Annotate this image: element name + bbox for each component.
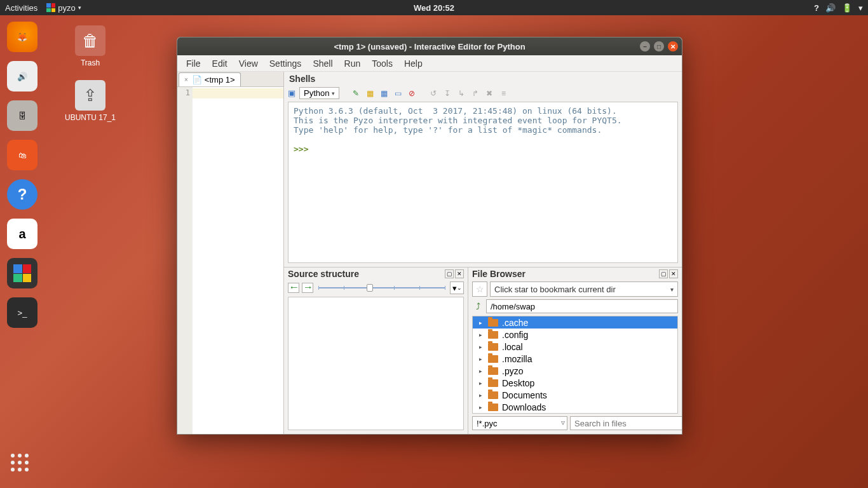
clear-shell-icon[interactable]: ▦: [365, 88, 375, 98]
folder-icon: [488, 379, 498, 387]
file-tree-item-label: .config: [502, 330, 528, 340]
file-tree-item[interactable]: ▸.mozilla: [473, 353, 677, 365]
menu-tools[interactable]: Tools: [367, 57, 398, 70]
structure-level-slider[interactable]: [318, 283, 445, 293]
file-search-input[interactable]: [570, 416, 682, 430]
debug-continue-icon[interactable]: ↺: [428, 88, 438, 98]
menu-settings[interactable]: Settings: [264, 57, 307, 70]
help-launcher[interactable]: ?: [7, 179, 37, 210]
expand-icon[interactable]: ▸: [479, 320, 484, 326]
firefox-launcher[interactable]: 🦊: [7, 22, 37, 52]
tab-close-icon[interactable]: ×: [184, 76, 188, 83]
file-tree[interactable]: ▸.cache▸.config▸.local▸.mozilla▸.pyzo▸De…: [472, 316, 678, 414]
editor-tab-tmp1[interactable]: × 📄 <tmp 1>: [179, 72, 241, 86]
gnome-top-bar: Activities pyzo Wed 20:52 ? 🔊 🔋 ▾: [0, 0, 868, 15]
file-tree-item[interactable]: ▸.pyzo: [473, 365, 677, 377]
pyzo-icon: [46, 3, 55, 12]
help-icon[interactable]: ?: [814, 3, 819, 13]
structure-back-button[interactable]: ⭠: [288, 283, 299, 293]
battery-icon[interactable]: 🔋: [842, 3, 852, 13]
file-tree-item[interactable]: ▸Downloads: [473, 401, 677, 413]
structure-undock-icon[interactable]: ▢: [445, 269, 454, 278]
expand-icon[interactable]: ▸: [479, 344, 484, 350]
trash-icon: 🗑: [75, 25, 105, 56]
menu-file[interactable]: File: [181, 57, 206, 70]
maximize-button[interactable]: □: [654, 41, 664, 51]
interrupt-shell-icon[interactable]: ▦: [379, 88, 389, 98]
shell-toolbar: ▣ Python ✎ ▦ ▦ ▭ ⊘ ↺ ↧ ↳ ↱ ✖ ≡: [284, 86, 682, 102]
file-tree-item[interactable]: ▸.local: [473, 341, 677, 353]
pyzo-launcher[interactable]: [7, 258, 37, 288]
desktop-icons: 🗑 Trash ⇪ UBUNTU 17_1: [58, 25, 122, 135]
editor-pane: × 📄 <tmp 1> 1: [177, 72, 284, 434]
shells-title: Shells: [284, 72, 682, 86]
dock: 🦊 🔊 🗄 🛍 ? a >_: [0, 15, 44, 488]
file-icon: 📄: [192, 75, 202, 85]
trash-desktop-icon[interactable]: 🗑 Trash: [58, 25, 122, 67]
expand-icon[interactable]: ▸: [479, 356, 484, 362]
window-titlebar[interactable]: <tmp 1> (unsaved) - Interactive Editor f…: [177, 37, 682, 55]
menu-view[interactable]: View: [234, 57, 263, 70]
file-tree-item[interactable]: ▸.cache: [473, 316, 677, 329]
menu-help[interactable]: Help: [399, 57, 428, 70]
debug-stepout-icon[interactable]: ↱: [470, 88, 480, 98]
volume-icon[interactable]: 🔊: [825, 3, 836, 13]
software-launcher[interactable]: 🛍: [7, 140, 37, 170]
activities-button[interactable]: Activities: [5, 3, 37, 13]
rhythmbox-launcher[interactable]: 🔊: [7, 61, 37, 92]
show-applications-button[interactable]: [11, 454, 34, 477]
file-tree-item-label: .local: [502, 342, 523, 352]
file-tree-item[interactable]: ▸.config: [473, 329, 677, 341]
amazon-launcher[interactable]: a: [7, 219, 37, 249]
shells-panel: Shells ▣ Python ✎ ▦ ▦ ▭ ⊘ ↺ ↧ ↳ ↱ ✖ ≡: [284, 72, 682, 268]
structure-title: Source structure: [288, 269, 359, 279]
menu-edit[interactable]: Edit: [207, 57, 233, 70]
file-browser-panel: File Browser ▢ ✕ ☆ Click star to bookmar…: [468, 268, 682, 434]
structure-close-icon[interactable]: ✕: [455, 269, 464, 278]
expand-icon[interactable]: ▸: [479, 392, 484, 398]
structure-filter-button[interactable]: ▾⌄: [450, 281, 464, 294]
file-tree-item[interactable]: ▸Documents: [473, 389, 677, 401]
bookmark-dropdown[interactable]: Click star to bookmark current dir: [490, 281, 678, 297]
code-editor[interactable]: 1: [177, 87, 283, 434]
shell-selector[interactable]: Python: [299, 87, 339, 99]
ubuntu-media-desktop-icon[interactable]: ⇪ UBUNTU 17_1: [58, 80, 122, 122]
file-tree-item-label: .pyzo: [502, 366, 523, 376]
go-up-button[interactable]: ⤴: [472, 299, 484, 313]
files-launcher[interactable]: 🗄: [7, 100, 37, 131]
structure-forward-button[interactable]: ⭢: [302, 283, 313, 293]
file-filter-input[interactable]: [472, 416, 567, 430]
debug-stepin-icon[interactable]: ↳: [456, 88, 466, 98]
filebrowser-close-icon[interactable]: ✕: [669, 269, 678, 278]
path-input[interactable]: [486, 299, 678, 313]
new-shell-icon[interactable]: ✎: [351, 88, 361, 98]
clock[interactable]: Wed 20:52: [414, 3, 454, 13]
shell-prompt: >>>: [294, 144, 313, 154]
file-tree-item[interactable]: ▸Desktop: [473, 377, 677, 389]
expand-icon[interactable]: ▸: [479, 380, 484, 386]
restart-shell-icon[interactable]: ▭: [393, 88, 403, 98]
filter-icon[interactable]: ▿: [561, 418, 565, 427]
structure-tree[interactable]: [288, 297, 464, 430]
app-menu[interactable]: pyzo: [46, 3, 81, 13]
close-button[interactable]: ✕: [668, 41, 678, 51]
expand-icon[interactable]: ▸: [479, 332, 484, 338]
menu-shell[interactable]: Shell: [308, 57, 337, 70]
expand-icon[interactable]: ▸: [479, 404, 484, 410]
bookmark-star-button[interactable]: ☆: [472, 281, 487, 297]
shell-output[interactable]: Python 3.6.3 (default, Oct 3 2017, 21:45…: [288, 102, 678, 263]
folder-icon: [488, 343, 498, 351]
usb-drive-icon: ⇪: [75, 80, 105, 111]
folder-icon: [488, 367, 498, 375]
system-menu-chevron-icon[interactable]: ▾: [858, 3, 863, 13]
terminate-shell-icon[interactable]: ⊘: [407, 88, 417, 98]
filebrowser-undock-icon[interactable]: ▢: [659, 269, 668, 278]
debug-list-icon[interactable]: ≡: [498, 88, 508, 98]
debug-step-icon[interactable]: ↧: [442, 88, 452, 98]
minimize-button[interactable]: –: [640, 41, 650, 51]
debug-stop-icon[interactable]: ✖: [484, 88, 494, 98]
menu-run[interactable]: Run: [339, 57, 366, 70]
expand-icon[interactable]: ▸: [479, 368, 484, 374]
terminal-launcher[interactable]: >_: [7, 297, 37, 328]
code-text-area[interactable]: [193, 87, 283, 434]
